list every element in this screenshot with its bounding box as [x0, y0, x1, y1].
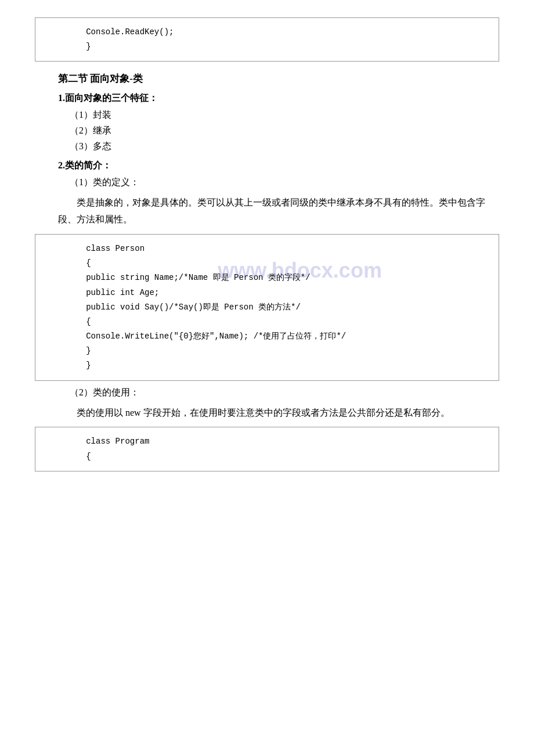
code-line-1: Console.ReadKey();	[47, 25, 487, 39]
person-code-line-5: public int Age;	[47, 286, 487, 300]
section2-title: 第二节 面向对象-类	[58, 72, 499, 85]
class-use-heading: （2）类的使用：	[70, 387, 499, 399]
feature-3: （3）多态	[70, 141, 499, 153]
page: Console.ReadKey(); } 第二节 面向对象-类 1.面向对象的三…	[0, 0, 534, 756]
person-code-line-7: public void Say()/*Say()即是 Person 类的方法*/	[47, 300, 487, 315]
program-code-line-3: {	[47, 449, 487, 464]
program-code-line-1: class Program	[47, 434, 487, 449]
code-block-person: www.bdocx.com class Person { public stri…	[35, 234, 499, 381]
person-code-line-2: {	[47, 256, 487, 271]
person-code-line-9: Console.WriteLine("{0}您好",Name); /*使用了占位…	[47, 329, 487, 344]
class-intro-heading: 2.类的简介：	[58, 160, 499, 172]
feature-2: （2）继承	[70, 125, 499, 137]
class-use-paragraph: 类的使用以 new 字段开始，在使用时要注意类中的字段或者方法是公共部分还是私有…	[58, 405, 499, 422]
code-block-program: class Program {	[35, 427, 499, 471]
class-def-heading: （1）类的定义：	[70, 177, 499, 189]
code-line-3: }	[47, 39, 487, 54]
top-code-block: Console.ReadKey(); }	[35, 17, 499, 62]
person-code-line-11: }	[47, 344, 487, 358]
person-code-line-8: {	[47, 315, 487, 329]
feature-1: （1）封装	[70, 109, 499, 121]
person-code-line-1: class Person	[47, 242, 487, 256]
features-heading: 1.面向对象的三个特征：	[58, 92, 499, 105]
person-code-line-12: }	[47, 358, 487, 373]
class-def-paragraph: 类是抽象的，对象是具体的。类可以从其上一级或者同级的类中继承本身不具有的特性。类…	[58, 195, 499, 228]
person-code-line-3: public string Name;/*Name 即是 Person 类的字段…	[47, 271, 487, 285]
